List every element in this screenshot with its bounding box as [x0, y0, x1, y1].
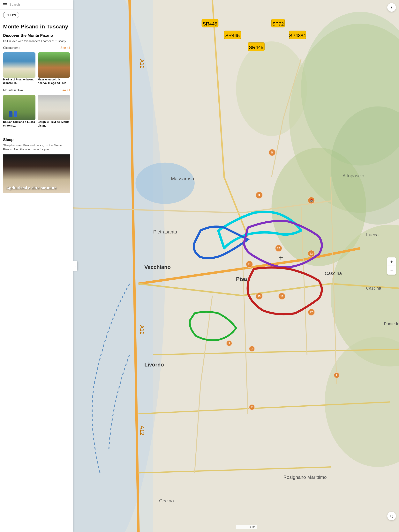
- mtb-see-all[interactable]: See all: [60, 89, 70, 92]
- sleep-description: Sleep between Pisa and Lucca, on the Mon…: [3, 143, 70, 151]
- cluster-badge-c7[interactable]: 27: [308, 309, 315, 316]
- svg-text:Rosignano Marittimo: Rosignano Marittimo: [283, 475, 327, 480]
- cicloturismo-cards: Marina di Pisa: orizzonti di mare in... …: [3, 52, 70, 85]
- location-icon: ◎: [390, 514, 393, 518]
- zoom-in-button[interactable]: +: [387, 257, 396, 266]
- card-borghi-title: Borghi e Pievi del Monte pisano: [38, 120, 70, 127]
- card-marina[interactable]: Marina di Pisa: orizzonti di mare in...: [3, 52, 35, 85]
- scale-bar: 5 km: [236, 525, 257, 529]
- agriturismo-label: Agriturismi e altre strutture: [6, 186, 57, 190]
- agriturismo-image-container[interactable]: Agriturismi e altre strutture: [3, 154, 70, 193]
- museum-badge[interactable]: 🏛: [269, 149, 276, 156]
- filter-icon: ⊟: [6, 13, 9, 17]
- cicloturismo-header: Cicloturismo See all: [3, 46, 70, 50]
- scale-label: 5 km: [250, 526, 255, 528]
- svg-text:Lucca: Lucca: [366, 232, 379, 237]
- map-svg: A12 A12 A12 Massarosa Vecchiano Pisa Cas…: [73, 0, 399, 532]
- svg-text:Massarosa: Massarosa: [171, 176, 194, 181]
- card-massaciuccoli-title: Massaciuccoli: la riserva, il lago ed i …: [38, 78, 70, 85]
- discover-description: Fall in love with this wonderful corner …: [3, 39, 70, 43]
- cluster-badge-c9[interactable]: 3: [249, 346, 255, 352]
- svg-text:Cecina: Cecina: [159, 498, 174, 503]
- svg-text:SR445: SR445: [203, 21, 217, 26]
- svg-text:SR445: SR445: [249, 45, 264, 50]
- search-input[interactable]: Search: [9, 3, 70, 7]
- card-massaciuccoli[interactable]: Massaciuccoli: la riserva, il lago ed i …: [38, 52, 70, 85]
- svg-text:A12: A12: [139, 325, 145, 335]
- location-button[interactable]: ◎: [387, 512, 396, 520]
- hamburger-menu-button[interactable]: [3, 3, 7, 6]
- svg-text:SP72: SP72: [272, 21, 284, 26]
- svg-text:SP4884: SP4884: [289, 33, 306, 38]
- cluster-badge-c3[interactable]: 22: [308, 250, 315, 257]
- sleep-title: Sleep: [3, 138, 70, 142]
- svg-point-4: [236, 41, 307, 136]
- scale-line: [238, 527, 249, 527]
- mtb-header: Mountain Bike See all: [3, 89, 70, 92]
- card-massaciuccoli-image: [38, 52, 70, 78]
- sleep-section: Sleep Sleep between Pisa and Lucca, on t…: [0, 134, 73, 196]
- agriturismo-image: Agriturismi e altre strutture: [3, 154, 70, 193]
- discover-title: Discover the Monte Pisano: [3, 33, 70, 38]
- zoom-out-button[interactable]: −: [387, 266, 396, 275]
- cicloturismo-label: Cicloturismo: [3, 46, 20, 50]
- card-marina-title: Marina di Pisa: orizzonti di mare in...: [3, 78, 35, 85]
- card-marina-image: [3, 52, 35, 78]
- filter-row: ⊟ Filter: [0, 10, 73, 20]
- card-sangiul-title: Da San Giuliano a Lucca e ritorno...: [3, 120, 35, 127]
- svg-text:A12: A12: [139, 59, 145, 69]
- svg-text:Vecchiano: Vecchiano: [144, 264, 171, 270]
- card-borghi[interactable]: Borghi e Pievi del Monte pisano: [38, 95, 70, 127]
- more-options-icon: ⋮: [390, 5, 394, 10]
- card-sangiul-image: [3, 95, 35, 120]
- map-area: A12 A12 A12 Massarosa Vecchiano Pisa Cas…: [73, 0, 399, 532]
- svg-text:Pietrasanta: Pietrasanta: [153, 229, 177, 234]
- mtb-label: Mountain Bike: [3, 89, 23, 92]
- more-options-button[interactable]: ⋮: [387, 3, 396, 12]
- svg-point-8: [135, 163, 195, 204]
- cluster-badge-c4[interactable]: 41: [246, 261, 253, 268]
- castle-icon: 🏰: [309, 199, 313, 202]
- svg-text:Pisa: Pisa: [236, 276, 247, 282]
- svg-text:Cascina: Cascina: [325, 271, 342, 276]
- svg-text:Pontedera: Pontedera: [384, 322, 399, 326]
- zoom-controls: + −: [387, 257, 396, 275]
- castle-badge[interactable]: 🏰: [308, 197, 315, 204]
- cluster-badge-c6[interactable]: 19: [278, 293, 285, 300]
- collapse-panel-button[interactable]: ‹: [73, 261, 77, 271]
- museum-icon: 🏛: [271, 151, 274, 154]
- svg-text:Livorno: Livorno: [144, 362, 164, 368]
- chevron-left-icon: ‹: [75, 265, 76, 267]
- biker-figure-2: [14, 111, 17, 117]
- left-panel: Search ⊟ Filter Monte Pisano in Tuscany …: [0, 0, 73, 532]
- search-bar: Search: [0, 0, 73, 10]
- biker-figure-1: [9, 111, 13, 117]
- main-content: Monte Pisano in Tuscany Discover the Mon…: [0, 20, 73, 134]
- cluster-badge-c2[interactable]: 23: [275, 245, 282, 252]
- page-title: Monte Pisano in Tuscany: [3, 24, 70, 30]
- card-sangiul[interactable]: Da San Giuliano a Lucca e ritorno...: [3, 95, 35, 127]
- cicloturismo-see-all[interactable]: See all: [60, 46, 70, 50]
- card-borghi-image: [38, 95, 70, 120]
- svg-text:Cascina: Cascina: [366, 286, 381, 291]
- cluster-badge-c5[interactable]: 19: [256, 293, 263, 300]
- svg-text:A12: A12: [139, 426, 145, 435]
- mtb-cards: Da San Giuliano a Lucca e ritorno... Bor…: [3, 95, 70, 127]
- filter-label: Filter: [10, 13, 16, 17]
- filter-button[interactable]: ⊟ Filter: [3, 12, 19, 18]
- cluster-badge-c1[interactable]: 3: [256, 192, 263, 199]
- svg-text:SR445: SR445: [225, 33, 240, 38]
